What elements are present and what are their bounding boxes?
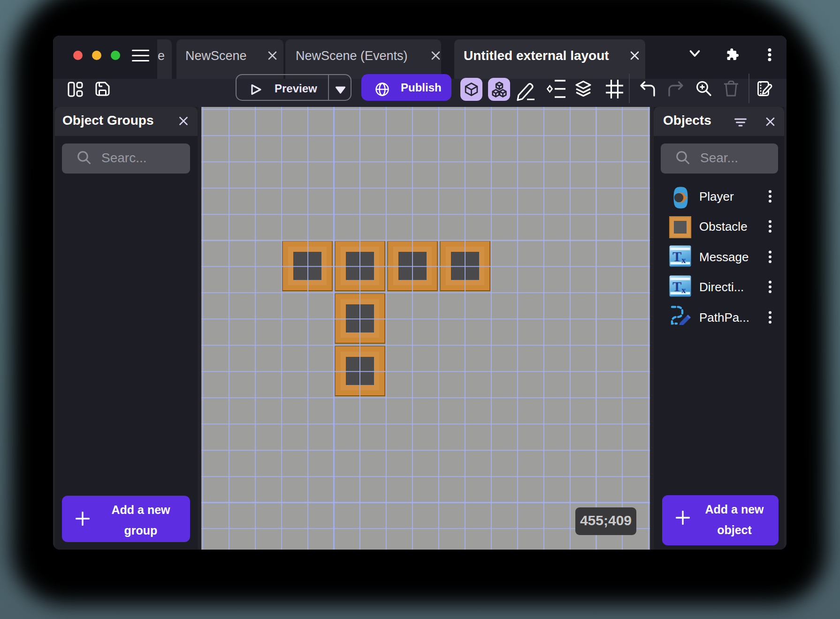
svg-text:T: T <box>672 279 681 294</box>
svg-text:x: x <box>681 285 686 295</box>
svg-text:T: T <box>672 249 681 264</box>
svg-text:x: x <box>681 255 686 265</box>
